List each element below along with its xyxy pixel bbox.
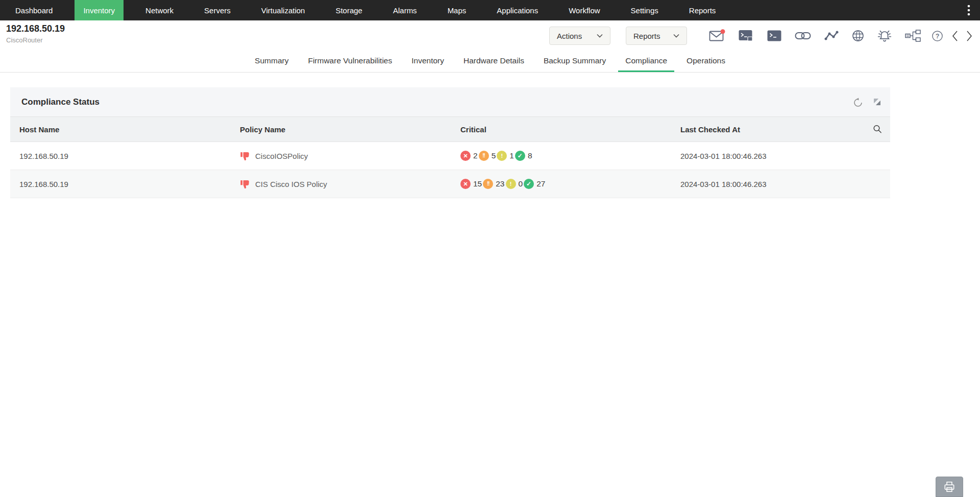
column-header-last-checked-at: Last Checked At [680, 125, 890, 134]
header-controls: Actions Reports [549, 27, 977, 45]
chevron-down-icon [597, 34, 603, 38]
tab-hardware-details[interactable]: Hardware Details [456, 51, 531, 72]
column-header-policy-name: Policy Name [240, 125, 460, 134]
globe-icon[interactable] [852, 30, 864, 42]
ok-count: 8 [528, 151, 532, 160]
major-badge-icon: !! [479, 151, 489, 161]
compliance-panel-header: Compliance Status [10, 87, 890, 116]
compliance-table-header: Host Name Policy Name Critical Last Chec… [10, 116, 890, 142]
actions-button[interactable]: Actions [549, 27, 610, 45]
compliance-status-panel: Compliance Status Host Name Policy Name … [10, 87, 890, 198]
tab-inventory[interactable]: Inventory [404, 51, 451, 72]
resize-icon[interactable] [873, 98, 881, 106]
host-name-cell: 192.168.50.19 [19, 180, 240, 188]
table-row[interactable]: 192.168.50.19 CiscoIOSPolicy ✕ 2 !! 5 ! … [10, 142, 890, 170]
actions-button-label: Actions [557, 32, 582, 40]
line-chart-icon[interactable] [824, 31, 839, 41]
terminal-icon[interactable] [767, 30, 781, 41]
nav-item-dashboard[interactable]: Dashboard [7, 0, 61, 20]
device-ip: 192.168.50.19 [6, 23, 65, 34]
minor-badge-icon: ! [506, 179, 516, 189]
last-checked-cell: 2024-03-01 18:00:46.263 [680, 180, 890, 188]
search-icon[interactable] [873, 125, 882, 134]
chevron-left-icon[interactable] [951, 30, 958, 42]
alarm-bell-icon[interactable] [877, 29, 892, 42]
nav-item-applications[interactable]: Applications [488, 0, 547, 20]
host-name-cell: 192.168.50.19 [19, 152, 240, 160]
printer-icon [943, 480, 956, 493]
column-header-host-name: Host Name [19, 125, 240, 134]
nav-spacer [731, 0, 958, 20]
reports-button[interactable]: Reports [626, 27, 687, 45]
table-row[interactable]: 192.168.50.19 CIS Cisco IOS Policy ✕ 15 … [10, 170, 890, 198]
svg-text:?: ? [936, 33, 940, 40]
policy-name-cell: CiscoIOSPolicy [240, 151, 460, 161]
chevron-down-icon [673, 34, 679, 38]
nav-item-maps[interactable]: Maps [439, 0, 475, 20]
print-button[interactable] [936, 477, 963, 497]
thumbs-down-icon [240, 179, 251, 190]
error-count: 15 [473, 179, 482, 188]
policy-name-cell: CIS Cisco IOS Policy [240, 179, 460, 190]
link-icon[interactable] [795, 31, 811, 40]
major-badge-icon: !! [483, 179, 493, 189]
panel-title: Compliance Status [10, 97, 100, 107]
kebab-menu-icon[interactable] [958, 0, 980, 20]
critical-cell: ✕ 2 !! 5 ! 1 ✓ 8 [460, 151, 680, 161]
nav-item-workflow[interactable]: Workflow [560, 0, 608, 20]
mail-icon[interactable] [709, 29, 725, 42]
reports-button-label: Reports [633, 32, 660, 40]
tab-backup-summary[interactable]: Backup Summary [536, 51, 613, 72]
device-type: CiscoRouter [6, 36, 43, 44]
tab-firmware-vulnerabilities[interactable]: Firmware Vulnerabilities [301, 51, 399, 72]
minor-count: 0 [519, 179, 523, 188]
device-tabbar: Summary Firmware Vulnerabilities Invento… [0, 51, 980, 73]
secure-terminal-icon[interactable] [739, 30, 754, 42]
nav-item-inventory[interactable]: Inventory [75, 0, 124, 20]
nav-item-servers[interactable]: Servers [195, 0, 239, 20]
nav-item-settings[interactable]: Settings [622, 0, 667, 20]
nav-item-reports[interactable]: Reports [680, 0, 725, 20]
column-header-critical: Critical [460, 125, 680, 134]
nav-item-network[interactable]: Network [137, 0, 182, 20]
refresh-icon[interactable] [853, 97, 863, 107]
error-count: 2 [473, 151, 478, 160]
minor-count: 1 [509, 151, 514, 160]
ok-badge-icon: ✓ [515, 151, 525, 161]
error-badge-icon: ✕ [460, 151, 471, 161]
ok-badge-icon: ✓ [524, 179, 534, 189]
chevron-right-icon[interactable] [966, 30, 973, 42]
policy-name-label: CIS Cisco IOS Policy [255, 180, 327, 188]
nav-item-storage[interactable]: Storage [327, 0, 371, 20]
policy-name-label: CiscoIOSPolicy [255, 152, 308, 160]
major-count: 5 [492, 151, 496, 160]
tab-summary[interactable]: Summary [248, 51, 296, 72]
help-icon[interactable]: ? [932, 30, 943, 42]
error-badge-icon: ✕ [460, 179, 471, 189]
nav-item-virtualization[interactable]: Virtualization [253, 0, 314, 20]
tab-operations[interactable]: Operations [679, 51, 732, 72]
major-count: 23 [496, 179, 504, 188]
minor-badge-icon: ! [497, 151, 507, 161]
tab-compliance[interactable]: Compliance [618, 51, 674, 72]
top-navbar: Dashboard Inventory Network Servers Virt… [0, 0, 980, 20]
critical-cell: ✕ 15 !! 23 ! 0 ✓ 27 [460, 179, 680, 189]
last-checked-cell: 2024-03-01 18:00:46.263 [680, 152, 890, 160]
workflow-diagram-icon[interactable] [905, 30, 921, 42]
ok-count: 27 [536, 179, 545, 188]
panel-header-icons [853, 97, 881, 107]
device-header: 192.168.50.19 CiscoRouter Actions Report… [0, 20, 980, 51]
thumbs-down-icon [240, 151, 251, 161]
nav-item-alarms[interactable]: Alarms [384, 0, 426, 20]
